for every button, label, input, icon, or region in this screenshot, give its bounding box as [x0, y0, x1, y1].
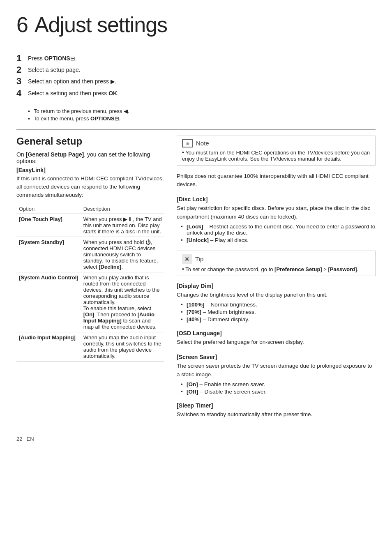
- step-text-3: Select an option and then press ▶.: [28, 76, 376, 85]
- table-row: [System Audio Control]When you play audi…: [16, 272, 164, 332]
- osd-language-body: Select the preferred language for on-scr…: [177, 338, 376, 346]
- table-cell-desc-0: When you press ▶⏸, the TV and this unit …: [81, 214, 164, 237]
- main-divider: [16, 129, 376, 130]
- tip-icon: ✳: [182, 254, 192, 264]
- sleep-timer-section: [Sleep Timer] Switches to standby automa…: [177, 402, 376, 419]
- table-col-option: Option: [16, 204, 81, 214]
- disc-lock-section: [Disc Lock] Set play restriction for spe…: [177, 196, 376, 243]
- tip-label: Tip: [195, 256, 203, 263]
- step-num-4: 4: [16, 88, 28, 98]
- display-dim-bullet-2: • [70%] – Medium brightness.: [181, 309, 376, 315]
- easylink-heading: [EasyLink]: [16, 167, 164, 173]
- step-4: 4 Select a setting and then press OK.: [16, 88, 376, 98]
- display-dim-body: Changes the brightness level of the disp…: [177, 291, 376, 299]
- general-setup-intro: On [General Setup Page], you can set the…: [16, 151, 164, 164]
- step-text-1: Press OPTIONS⊟.: [28, 53, 376, 62]
- bullet-1: •: [28, 108, 34, 115]
- screen-saver-body: The screen saver protects the TV screen …: [177, 362, 376, 379]
- sleep-timer-body: Switches to standby automatically after …: [177, 410, 376, 419]
- screen-saver-bullet-1: • [On] – Enable the screen saver.: [181, 381, 376, 387]
- step-num-2: 2: [16, 65, 28, 75]
- disc-lock-bullet-2: • [Unlock] – Play all discs.: [181, 237, 376, 243]
- sub-step-1: • To return to the previous menu, press …: [28, 108, 376, 115]
- screen-saver-section: [Screen Saver] The screen saver protects…: [177, 354, 376, 395]
- sub-step-2: • To exit the menu, press OPTIONS⊟.: [28, 115, 376, 122]
- display-dim-bullets: • [100%] – Normal brightness. • [70%] – …: [181, 302, 376, 322]
- bullet-2: •: [28, 115, 34, 122]
- table-cell-option-2: [System Audio Control]: [16, 272, 81, 332]
- main-content: General setup On [General Setup Page], y…: [16, 136, 376, 426]
- display-dim-heading: [Display Dim]: [177, 283, 376, 289]
- display-dim-bullet-3: • [40%] – Dimmest display.: [181, 316, 376, 322]
- note-text: • You must turn on the HDMI CEC operatio…: [182, 149, 370, 162]
- steps-list: 1 Press OPTIONS⊟. 2 Select a setup page.…: [16, 53, 376, 98]
- options-table: Option Description [One Touch Play]When …: [16, 204, 164, 362]
- disc-lock-heading: [Disc Lock]: [177, 196, 376, 203]
- table-cell-desc-1: When you press and hold ⏻, connected HDM…: [81, 237, 164, 272]
- right-column: ≡ Note • You must turn on the HDMI CEC o…: [177, 136, 376, 426]
- philips-note-section: Philips does not guarantee 100% interope…: [177, 172, 376, 189]
- display-dim-section: [Display Dim] Changes the brightness lev…: [177, 283, 376, 322]
- table-cell-option-0: [One Touch Play]: [16, 214, 81, 237]
- note-icon: ≡: [182, 139, 193, 147]
- page-title: Adjust settings: [35, 12, 167, 37]
- table-cell-desc-3: When you map the audio input correctly, …: [81, 332, 164, 361]
- screen-saver-heading: [Screen Saver]: [177, 354, 376, 360]
- table-cell-option-3: [Audio Input Mapping]: [16, 332, 81, 361]
- footer: 22 EN: [16, 436, 376, 442]
- disc-lock-body: Set play restriction for specific discs.…: [177, 204, 376, 221]
- table-cell-desc-2: When you play audio that is routed from …: [81, 272, 164, 332]
- step-3: 3 Select an option and then press ▶.: [16, 76, 376, 86]
- table-col-desc: Description: [81, 204, 164, 214]
- sub-steps-list: • To return to the previous menu, press …: [28, 108, 376, 122]
- note-box: ≡ Note • You must turn on the HDMI CEC o…: [177, 136, 376, 166]
- page-number: 22: [16, 436, 22, 442]
- disc-lock-bullet-1: • [Lock] – Restrict access to the curren…: [181, 223, 376, 236]
- screen-saver-bullet-2: • [Off] – Disable the screen saver.: [181, 389, 376, 395]
- osd-language-heading: [OSD Language]: [177, 330, 376, 336]
- tip-box: ✳ Tip • To set or change the password, g…: [177, 251, 376, 276]
- step-num-1: 1: [16, 53, 28, 63]
- step-text-2: Select a setup page.: [28, 65, 376, 73]
- dot-1: •: [181, 223, 187, 230]
- note-label: Note: [196, 140, 209, 147]
- general-setup-title: General setup: [16, 136, 164, 147]
- table-row: [One Touch Play]When you press ▶⏸, the T…: [16, 214, 164, 237]
- table-row: [System Standby]When you press and hold …: [16, 237, 164, 272]
- page-lang: EN: [26, 436, 34, 442]
- tip-text: • To set or change the password, go to […: [182, 266, 370, 272]
- step-text-4: Select a setting and then press OK.: [28, 88, 376, 97]
- dot-2: •: [181, 237, 187, 243]
- chapter-number: 6: [16, 12, 28, 37]
- table-row: [Audio Input Mapping]When you map the au…: [16, 332, 164, 361]
- philips-note: Philips does not guarantee 100% interope…: [177, 172, 376, 189]
- sleep-timer-heading: [Sleep Timer]: [177, 402, 376, 409]
- screen-saver-bullets: • [On] – Enable the screen saver. • [Off…: [181, 381, 376, 395]
- easylink-body: If this unit is connected to HDMI CEC co…: [16, 175, 164, 200]
- osd-language-section: [OSD Language] Select the preferred lang…: [177, 330, 376, 346]
- step-2: 2 Select a setup page.: [16, 65, 376, 75]
- left-column: General setup On [General Setup Page], y…: [16, 136, 164, 426]
- disc-lock-bullets: • [Lock] – Restrict access to the curren…: [181, 223, 376, 243]
- sub-step-text-2: To exit the menu, press OPTIONS⊟.: [34, 115, 120, 122]
- step-num-3: 3: [16, 76, 28, 86]
- table-cell-option-1: [System Standby]: [16, 237, 81, 272]
- step-1: 1 Press OPTIONS⊟.: [16, 53, 376, 63]
- display-dim-bullet-1: • [100%] – Normal brightness.: [181, 302, 376, 308]
- sub-step-text-1: To return to the previous menu, press ◀.: [34, 108, 129, 114]
